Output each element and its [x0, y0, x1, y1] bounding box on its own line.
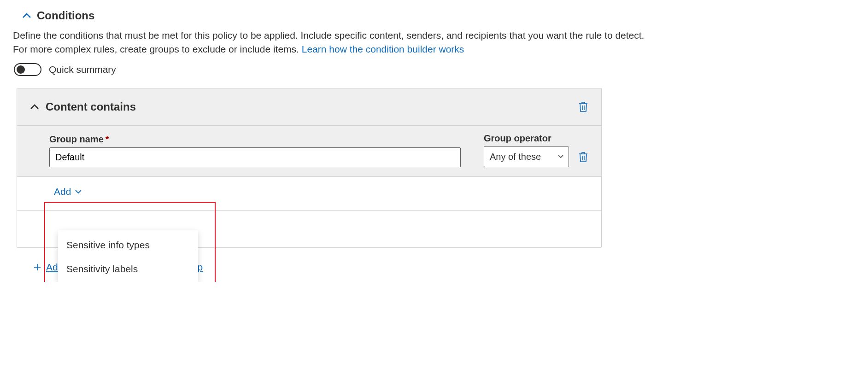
add-label: Add	[54, 186, 71, 197]
group-row: Group name* Group operator Any of these	[17, 126, 601, 177]
quick-summary-label: Quick summary	[49, 64, 116, 75]
delete-group-button[interactable]	[578, 152, 588, 163]
add-row: Add	[17, 177, 601, 211]
content-contains-panel: Content contains Group name*	[17, 88, 602, 248]
required-marker: *	[106, 134, 109, 144]
add-dropdown-menu: Sensitive info types Sensitivity labels	[58, 230, 198, 282]
learn-link[interactable]: Learn how the condition builder works	[302, 44, 464, 54]
section-title: Conditions	[37, 9, 94, 22]
group-name-input[interactable]	[49, 147, 461, 167]
add-button[interactable]: Add	[54, 186, 82, 197]
menu-item-sensitive-info-types[interactable]: Sensitive info types	[58, 233, 198, 257]
chevron-down-icon	[557, 154, 564, 159]
group-name-label: Group name*	[49, 134, 461, 145]
panel-title: Content contains	[46, 100, 136, 113]
toggle-knob	[17, 65, 25, 74]
operator-label: Group operator	[484, 133, 569, 144]
collapse-icon[interactable]	[22, 12, 31, 19]
section-description: Define the conditions that must be met f…	[13, 29, 658, 57]
quick-summary-toggle[interactable]	[14, 63, 41, 76]
menu-item-sensitivity-labels[interactable]: Sensitivity labels	[58, 257, 198, 281]
panel-header: Content contains	[17, 88, 601, 126]
delete-panel-button[interactable]	[578, 101, 588, 112]
panel-collapse-icon[interactable]	[30, 104, 39, 110]
plus-icon	[33, 263, 41, 271]
group-operator-select[interactable]: Any of these	[484, 146, 569, 167]
chevron-down-icon	[75, 189, 82, 194]
operator-value: Any of these	[490, 152, 541, 162]
